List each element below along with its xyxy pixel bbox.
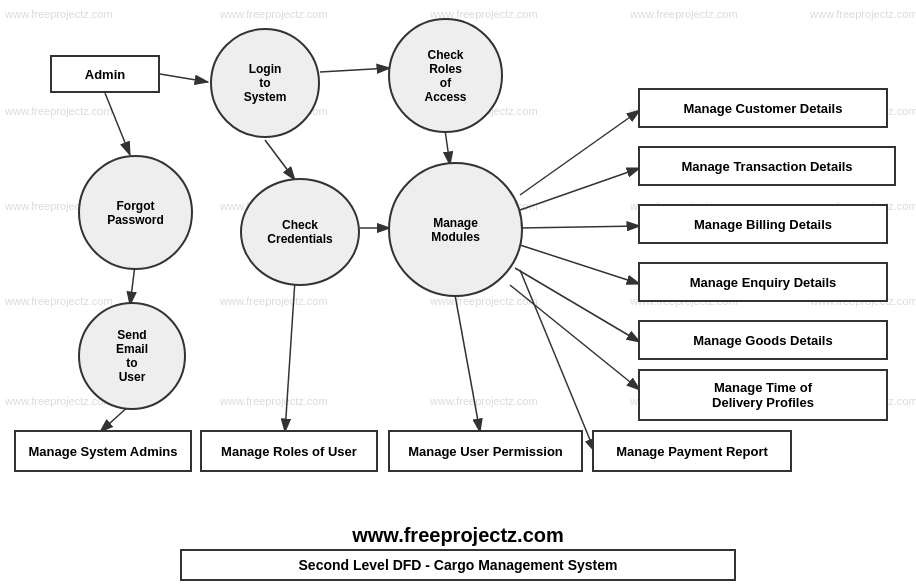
footer-website: www.freeprojectz.com [0,524,916,547]
login-node: Login to System [210,28,320,138]
svg-line-13 [520,168,640,210]
forgot-password-node: Forgot Password [78,155,193,270]
svg-line-3 [105,93,130,155]
svg-line-5 [445,130,450,165]
manage-goods-node: Manage Goods Details [638,320,888,360]
send-email-node: Send Email to User [78,302,186,410]
manage-roles-node: Manage Roles of User [200,430,378,472]
diagram-container: www.freeprojectz.com www.freeprojectz.co… [0,0,916,587]
manage-sys-admins-node: Manage System Admins [14,430,192,472]
admin-node: Admin [50,55,160,93]
svg-line-17 [510,285,640,390]
check-credentials-node: Check Credentials [240,178,360,286]
manage-customer-node: Manage Customer Details [638,88,888,128]
svg-line-10 [455,295,480,432]
manage-billing-node: Manage Billing Details [638,204,888,244]
svg-line-1 [160,74,208,82]
svg-line-12 [520,110,640,195]
svg-line-15 [520,245,640,284]
svg-line-11 [520,270,595,452]
svg-line-7 [130,265,135,305]
manage-modules-node: Manage Modules [388,162,523,297]
manage-transaction-node: Manage Transaction Details [638,146,896,186]
footer-title: Second Level DFD - Cargo Management Syst… [180,549,736,581]
svg-line-9 [285,280,295,432]
manage-enquiry-node: Manage Enquiry Details [638,262,888,302]
check-roles-node: Check Roles of Access [388,18,503,133]
manage-time-node: Manage Time of Delivery Profiles [638,369,888,421]
manage-payment-node: Manage Payment Report [592,430,792,472]
svg-line-2 [320,68,390,72]
svg-line-4 [265,140,295,180]
svg-line-14 [520,226,640,228]
manage-user-perm-node: Manage User Permission [388,430,583,472]
